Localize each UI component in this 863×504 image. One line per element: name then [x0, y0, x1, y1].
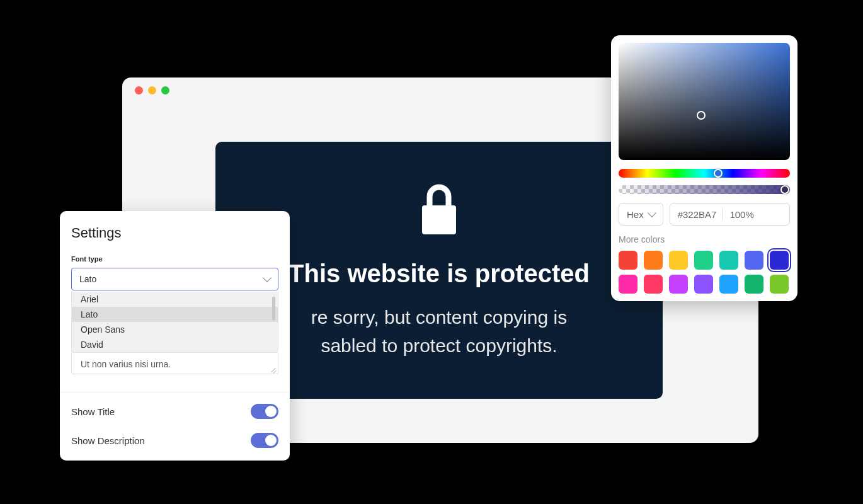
color-swatch[interactable]: [644, 275, 663, 294]
divider: [723, 209, 723, 220]
color-swatch[interactable]: [745, 251, 763, 270]
hue-cursor[interactable]: [714, 169, 723, 178]
toggle-label: Show Title: [71, 406, 115, 417]
hex-value: #322BA7: [678, 209, 717, 220]
color-swatch[interactable]: [619, 275, 637, 294]
alpha-value: 100%: [729, 209, 753, 220]
alpha-slider[interactable]: [619, 185, 790, 194]
font-select-value: Lato: [79, 274, 96, 284]
color-swatch[interactable]: [694, 275, 713, 294]
saturation-cursor[interactable]: [697, 111, 706, 120]
color-swatch[interactable]: [669, 251, 688, 270]
color-swatch[interactable]: [669, 275, 688, 294]
font-option[interactable]: Ariel: [72, 292, 278, 307]
font-option[interactable]: Lato: [72, 307, 278, 322]
toggle-label: Show Description: [71, 435, 145, 446]
color-swatch[interactable]: [770, 275, 789, 294]
lock-icon: [417, 181, 461, 241]
font-select[interactable]: Lato: [71, 268, 278, 290]
color-swatch[interactable]: [719, 275, 738, 294]
window-maximize-icon[interactable]: [161, 86, 169, 94]
resize-handle-icon[interactable]: [270, 366, 277, 372]
font-option[interactable]: David: [72, 337, 278, 352]
color-swatch[interactable]: [770, 251, 789, 270]
color-swatch[interactable]: [719, 251, 738, 270]
hex-input[interactable]: #322BA7 100%: [670, 203, 790, 226]
chevron-down-icon: [263, 273, 271, 282]
window-minimize-icon[interactable]: [148, 86, 156, 94]
swatch-grid: [619, 251, 790, 294]
color-swatch[interactable]: [644, 251, 663, 270]
more-colors-label: More colors: [619, 234, 790, 244]
show-title-toggle[interactable]: [251, 404, 278, 419]
color-swatch[interactable]: [745, 275, 763, 294]
color-picker: Hex #322BA7 100% More colors: [611, 35, 797, 301]
settings-title: Settings: [71, 225, 278, 241]
divider: [60, 392, 290, 392]
sample-text[interactable]: Ut non varius nisi urna.: [71, 353, 278, 374]
settings-panel: Settings Font type Lato Ariel Lato Open …: [60, 211, 290, 461]
chevron-down-icon: [648, 209, 656, 217]
banner-description: re sorry, but content copying is sabled …: [311, 303, 567, 360]
color-swatch[interactable]: [694, 251, 713, 270]
color-format-select[interactable]: Hex: [619, 203, 663, 226]
show-description-toggle[interactable]: [251, 433, 278, 448]
font-dropdown: Ariel Lato Open Sans David: [71, 292, 278, 353]
saturation-field[interactable]: [619, 43, 790, 160]
svg-rect-0: [422, 205, 456, 234]
toggle-row-show-title: Show Title: [71, 404, 278, 419]
font-type-label: Font type: [71, 255, 278, 263]
font-option[interactable]: Open Sans: [72, 322, 278, 337]
hue-slider[interactable]: [619, 169, 790, 178]
color-swatch[interactable]: [619, 251, 637, 270]
color-value-row: Hex #322BA7 100%: [619, 203, 790, 226]
window-close-icon[interactable]: [135, 86, 143, 94]
banner-title: This website is protected: [289, 260, 590, 288]
alpha-cursor[interactable]: [780, 185, 789, 194]
toggle-row-show-description: Show Description: [71, 433, 278, 448]
dropdown-scrollbar[interactable]: [272, 297, 275, 321]
